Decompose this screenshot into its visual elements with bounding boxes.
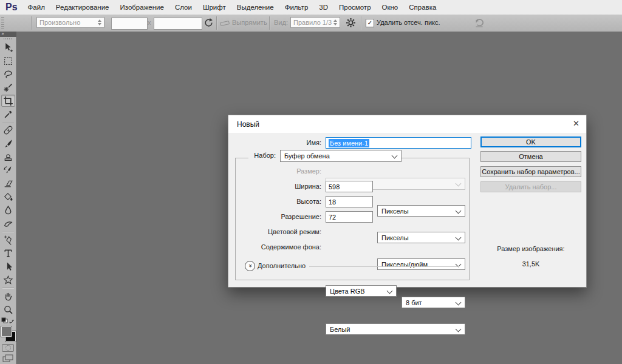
collapse-icon: » [2, 32, 4, 36]
collapse-panel-button[interactable]: » [0, 32, 16, 37]
menu-window[interactable]: Окно [377, 1, 404, 15]
background-contents-label: Содержимое фона: [228, 243, 321, 251]
screen-mode-button[interactable] [2, 354, 13, 364]
straighten-label[interactable]: Выпрямить [232, 19, 267, 26]
healing-brush-tool-icon [3, 125, 13, 135]
straighten-icon[interactable] [220, 19, 230, 28]
custom-shape-tool[interactable] [1, 274, 15, 286]
clone-stamp-tool-icon [3, 152, 13, 162]
height-unit-dropdown[interactable]: Пикселы [377, 232, 465, 243]
menu-edit[interactable]: Редактирование [50, 1, 115, 15]
name-input[interactable]: Без имени-1 [326, 137, 471, 149]
panel-grip[interactable] [4, 38, 13, 40]
clone-stamp-tool[interactable] [1, 151, 15, 163]
eyedropper-tool-icon [3, 109, 13, 120]
gradient-tool[interactable] [1, 191, 15, 203]
magic-wand-tool[interactable] [1, 81, 15, 93]
divider [216, 16, 217, 30]
menu-type[interactable]: Шрифт [197, 1, 231, 15]
eyedropper-tool[interactable] [1, 108, 15, 120]
dialog-title: Новый [237, 120, 259, 129]
resolution-input[interactable]: 72 [326, 211, 373, 223]
smudge-tool[interactable] [1, 218, 15, 230]
crop-width-input[interactable] [111, 18, 148, 30]
eraser-tool[interactable] [1, 178, 15, 190]
rectangular-marquee-tool[interactable] [1, 55, 15, 67]
hand-tool[interactable] [1, 290, 15, 302]
crop-tool[interactable] [1, 95, 15, 107]
crop-height-input[interactable] [154, 18, 202, 30]
move-tool-icon [3, 42, 13, 53]
new-document-dialog: Новый ✕ Имя: Без имени-1 OK Набор: Буфер… [228, 115, 587, 288]
options-bar-grip[interactable] [1, 17, 4, 29]
brush-tool-icon [3, 138, 13, 149]
chevron-down-icon [456, 300, 462, 306]
crop-aspect-dropdown[interactable]: Произвольно [36, 17, 104, 28]
bit-depth-dropdown[interactable]: 8 бит [402, 297, 465, 308]
background-contents-dropdown[interactable]: Белый [326, 323, 465, 335]
type-tool[interactable] [1, 248, 15, 260]
menu-view[interactable]: Просмотр [333, 1, 377, 15]
advanced-label[interactable]: Дополнительно [258, 262, 306, 269]
height-value: 18 [329, 198, 336, 206]
swap-dimensions-icon[interactable] [203, 18, 214, 29]
reset-icon[interactable] [474, 18, 485, 30]
quick-mask-button[interactable] [2, 344, 14, 352]
history-brush-tool[interactable] [1, 164, 15, 177]
dialog-titlebar[interactable]: Новый ✕ [228, 115, 586, 133]
menu-select[interactable]: Выделение [231, 1, 279, 15]
quick-mask-icon [5, 345, 11, 351]
crop-tool-icon [3, 96, 13, 106]
height-label: Высота: [228, 198, 321, 205]
chevron-down-icon [456, 181, 462, 187]
brush-tool[interactable] [1, 138, 15, 150]
menu-3d[interactable]: 3D [313, 1, 333, 15]
blur-tool[interactable] [1, 204, 15, 217]
divider [361, 16, 361, 30]
cancel-button[interactable]: Отмена [480, 151, 581, 162]
divider [2, 288, 14, 288]
path-selection-tool[interactable] [1, 260, 15, 272]
tools-panel: » [0, 32, 16, 364]
crop-settings-gear-icon[interactable] [346, 18, 356, 29]
height-input[interactable]: 18 [326, 196, 373, 207]
close-icon[interactable]: ✕ [573, 119, 579, 128]
zoom-tool[interactable] [1, 303, 15, 315]
overlay-dropdown[interactable]: Правило 1/3 [290, 17, 340, 28]
pen-tool-icon [3, 235, 13, 245]
pen-tool[interactable] [1, 234, 15, 246]
zoom-tool-icon [3, 305, 13, 315]
width-unit-dropdown[interactable]: Пикселы [377, 205, 465, 217]
spinner-icon [98, 19, 101, 25]
menu-filter[interactable]: Фильтр [279, 1, 314, 15]
healing-brush-tool[interactable] [1, 124, 15, 136]
divider [2, 122, 14, 123]
color-swatches[interactable] [0, 326, 16, 342]
menu-file[interactable]: Файл [22, 1, 50, 15]
foreground-color-swatch[interactable] [1, 326, 12, 337]
advanced-expander-button[interactable]: » [245, 261, 255, 271]
blur-tool-icon [3, 205, 13, 215]
divider [269, 16, 270, 30]
save-preset-button[interactable]: Сохранить набор параметров... [480, 166, 581, 177]
name-value: Без имени-1 [329, 139, 369, 147]
color-mode-dropdown[interactable]: Цвета RGB [326, 285, 397, 297]
ok-button[interactable]: OK [480, 136, 581, 147]
lasso-tool[interactable] [1, 68, 15, 80]
menu-layers[interactable]: Слои [169, 1, 197, 15]
resolution-unit-dropdown[interactable]: Пикселы/дюйм [377, 258, 465, 270]
delete-cropped-checkbox[interactable]: ✓ [366, 19, 374, 27]
gradient-tool-icon [3, 192, 13, 202]
default-colors-icon[interactable] [1, 317, 15, 325]
menu-help[interactable]: Справка [403, 1, 442, 15]
options-bar: Произвольно x Выпрямить Вид: Правило 1/3… [0, 15, 622, 32]
width-input[interactable]: 598 [326, 181, 373, 192]
chevron-down-icon [456, 208, 462, 214]
view-label: Вид: [274, 19, 288, 26]
hand-tool-icon [3, 291, 13, 302]
smudge-tool-icon [3, 218, 13, 229]
move-tool[interactable] [1, 41, 15, 53]
menu-image[interactable]: Изображение [114, 1, 169, 15]
preset-dropdown[interactable]: Буфер обмена [280, 150, 402, 162]
marquee-tool-icon [3, 56, 13, 66]
